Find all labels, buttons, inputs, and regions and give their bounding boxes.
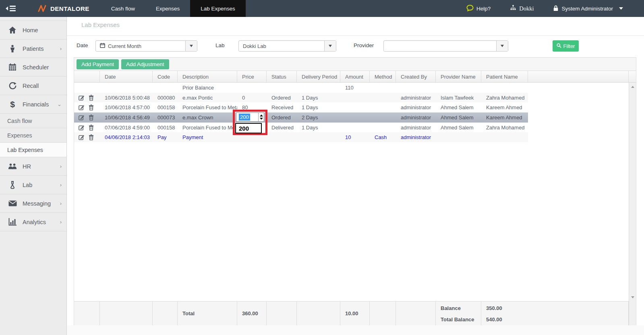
cell-date: 10/06/2018 4:57:00	[100, 104, 153, 110]
cell-description: Porcelain Fused to Metal ...	[178, 104, 237, 110]
date-filter-dropdown[interactable]: Current Month	[95, 40, 197, 52]
chevron-right-icon: ›	[60, 182, 62, 188]
cell-date: 10/06/2018 5:00:48	[100, 95, 153, 101]
sidebar-item-analytics[interactable]: Analytics›	[0, 213, 66, 231]
vertical-scrollbar[interactable]	[629, 83, 636, 326]
cell-delivery: 2 Days	[297, 114, 340, 121]
table-row[interactable]: 10/06/2018 4:57:00000158Porcelain Fused …	[74, 102, 528, 112]
sidebar-item-messaging[interactable]: Messaging›	[0, 194, 66, 213]
edit-icon[interactable]	[79, 104, 85, 110]
collapse-sidebar-icon	[6, 6, 16, 11]
scroll-up-icon[interactable]	[631, 86, 634, 88]
lab-icon	[7, 181, 18, 189]
edit-icon[interactable]	[79, 114, 85, 121]
sidebar-item-hr[interactable]: HR›	[0, 157, 66, 176]
column-header-created_by[interactable]: Created By	[396, 71, 436, 82]
footer-total-balance-label: Total Balance	[441, 316, 474, 323]
tab-cash-flow[interactable]: Cash flow	[101, 0, 145, 17]
collapse-sidebar-button[interactable]	[0, 0, 21, 17]
spinner-up-icon[interactable]	[260, 114, 263, 117]
row-actions	[74, 114, 100, 121]
add-adjustment-button[interactable]: Add Adjustment	[121, 59, 169, 69]
add-payment-button[interactable]: Add Payment	[77, 59, 119, 69]
grid-body: Prior Balance11010/06/2018 5:00:48000080…	[74, 83, 636, 301]
sidebar-item-expenses[interactable]: Expenses	[0, 128, 66, 143]
footer-total-amount: 10.00	[340, 302, 370, 325]
table-row[interactable]: 10/06/2018 4:56:49000073e.max CrownOrder…	[74, 112, 528, 123]
sidebar-item-recall[interactable]: Recall	[0, 77, 66, 95]
table-row[interactable]: 04/06/2018 2:14:03PayPayment10Cashadmini…	[74, 132, 528, 142]
edit-icon[interactable]	[79, 134, 85, 140]
sidebar-item-label: Messaging	[23, 200, 60, 207]
chevron-right-icon: ›	[60, 46, 62, 52]
sidebar-item-label: Lab	[23, 182, 60, 188]
sidebar-item-home[interactable]: Home	[0, 21, 66, 40]
cell-created_by: administrator	[396, 95, 436, 101]
sidebar-item-label: Home	[23, 27, 62, 33]
spinner-down-icon[interactable]	[260, 118, 263, 120]
user-menu[interactable]: System Administrator	[543, 5, 633, 12]
cell-method: Cash	[370, 134, 396, 140]
sidebar-item-financials[interactable]: $Financials⌄	[0, 95, 66, 114]
column-header-amount[interactable]: Amount	[340, 71, 370, 82]
column-header-method[interactable]: Method	[370, 71, 396, 82]
financials-icon: $	[7, 100, 18, 108]
column-header-code[interactable]: Code	[153, 71, 178, 82]
table-row[interactable]: 10/06/2018 5:00:48000080e.max Pontic0Ord…	[74, 93, 528, 103]
search-icon	[557, 43, 561, 49]
grid-header: DateCodeDescriptionPriceStatusDelivery P…	[74, 71, 636, 83]
lab-filter-dropdown[interactable]: Dokki Lab	[238, 40, 336, 52]
sidebar-item-lab[interactable]: Lab›	[0, 176, 66, 194]
price-input[interactable]: 200	[236, 112, 264, 122]
clinic-menu[interactable]: Dokki	[500, 4, 543, 12]
trash-icon[interactable]	[89, 95, 94, 101]
edit-icon[interactable]	[79, 125, 85, 131]
scroll-down-icon[interactable]	[631, 296, 634, 298]
trash-icon[interactable]	[89, 114, 94, 121]
scheduler-icon	[7, 63, 18, 71]
trash-icon[interactable]	[89, 104, 94, 110]
footer-total-balance-value: 540.00	[486, 316, 502, 323]
cell-date: 07/06/2018 4:59:00	[100, 125, 153, 131]
column-header-patient[interactable]: Patient Name	[481, 71, 528, 82]
cell-description: Prior Balance	[178, 85, 237, 91]
provider-dropdown-arrow[interactable]	[496, 41, 508, 51]
column-header-delivery[interactable]: Delivery Period	[297, 71, 340, 82]
calendar-icon	[100, 43, 105, 49]
tab-lab-expenses[interactable]: Lab Expenses	[190, 0, 246, 17]
column-header-description[interactable]: Description	[178, 71, 237, 82]
trash-icon[interactable]	[89, 125, 94, 131]
filter-button[interactable]: Filter	[553, 40, 579, 52]
edit-icon[interactable]	[79, 95, 85, 101]
date-dropdown-arrow[interactable]	[185, 41, 197, 51]
sidebar-item-patients[interactable]: Patients›	[0, 40, 66, 58]
hr-icon	[7, 163, 18, 170]
table-row[interactable]: 07/06/2018 4:59:00000158Porcelain Fused …	[74, 123, 528, 133]
trash-icon[interactable]	[89, 134, 94, 140]
page-title: Lab Expenses	[81, 21, 120, 28]
lab-dropdown-arrow[interactable]	[324, 41, 336, 51]
column-header-price[interactable]: Price	[237, 71, 267, 82]
tab-expenses[interactable]: Expenses	[145, 0, 190, 17]
sidebar: HomePatients›SchedulerRecall$Financials⌄…	[0, 17, 67, 335]
cell-provider: Ahmed Salem	[436, 125, 481, 131]
cell-code: 000158	[153, 125, 178, 131]
table-row[interactable]: Prior Balance110	[74, 83, 528, 93]
home-icon	[7, 26, 18, 34]
column-header-status[interactable]: Status	[267, 71, 297, 82]
provider-filter-dropdown[interactable]	[383, 40, 508, 52]
sidebar-item-scheduler[interactable]: Scheduler	[0, 58, 66, 77]
column-header-date[interactable]: Date	[100, 71, 153, 82]
sidebar-item-cash-flow[interactable]: Cash flow	[0, 114, 66, 128]
lab-expenses-panel: Add Payment Add Adjustment DateCodeDescr…	[74, 57, 636, 325]
lab-filter-label: Lab	[215, 42, 225, 48]
cell-created_by: administrator	[396, 134, 436, 140]
brand-name: DENTALORE	[50, 5, 89, 12]
number-spinner[interactable]	[258, 113, 264, 121]
help-button[interactable]: Help?	[457, 5, 500, 12]
sidebar-item-label: Recall	[23, 83, 62, 89]
column-header-provider[interactable]: Provider Name	[436, 71, 481, 82]
sidebar-item-lab-expenses[interactable]: Lab Expenses	[0, 143, 66, 157]
grid-toolbar: Add Payment Add Adjustment	[74, 58, 636, 71]
brand-logo[interactable]: DENTALORE	[21, 0, 93, 17]
